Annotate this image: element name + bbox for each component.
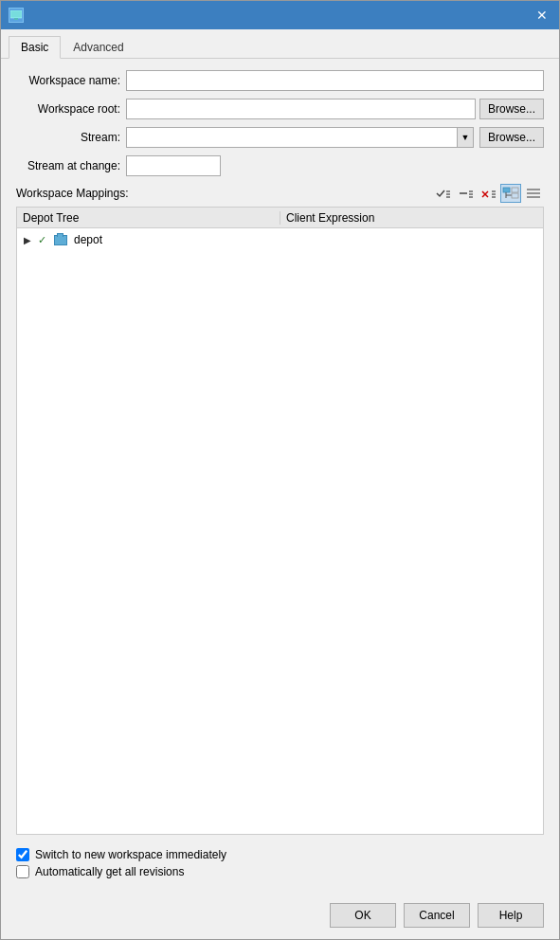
button-row: OK Cancel Help xyxy=(1,895,559,939)
stream-dropdown-button[interactable]: ▼ xyxy=(457,127,474,148)
help-button[interactable]: Help xyxy=(478,903,544,928)
stream-at-change-input[interactable] xyxy=(126,155,221,176)
col-depot-header: Depot Tree xyxy=(17,211,280,225)
view-list-button[interactable] xyxy=(523,184,544,203)
uncheck-all-button[interactable] xyxy=(455,184,476,203)
auto-get-checkbox[interactable] xyxy=(16,865,29,878)
svg-rect-0 xyxy=(10,10,22,18)
col-client-header: Client Expression xyxy=(280,211,543,225)
stream-at-change-row: Stream at change: xyxy=(16,155,544,176)
workspace-name-row: Workspace name: xyxy=(16,70,544,91)
footer-checks: Switch to new workspace immediately Auto… xyxy=(16,842,544,884)
title-bar: ✕ xyxy=(1,1,559,29)
workspace-root-row: Workspace root: Browse... xyxy=(16,99,544,119)
workspace-name-input[interactable] xyxy=(126,70,544,91)
tabs-container: Basic Advanced xyxy=(1,29,559,59)
stream-select-wrap: ▼ xyxy=(126,127,474,148)
browse-stream-button[interactable]: Browse... xyxy=(479,127,544,148)
svg-rect-15 xyxy=(512,188,518,192)
switch-workspace-checkbox[interactable] xyxy=(16,848,29,861)
mappings-header-row: Workspace Mappings: xyxy=(16,184,544,203)
auto-get-row: Automatically get all revisions xyxy=(16,865,544,878)
stream-at-change-label: Stream at change: xyxy=(16,159,120,172)
tree-item-label: depot xyxy=(74,233,102,246)
tree-table: Depot Tree Client Expression ▶ ✓ depot xyxy=(16,207,544,835)
expand-icon[interactable]: ▶ xyxy=(21,233,34,246)
stream-row: Stream: ▼ Browse... xyxy=(16,127,544,148)
svg-rect-18 xyxy=(512,193,518,198)
tree-header: Depot Tree Client Expression xyxy=(17,208,543,228)
ok-button[interactable]: OK xyxy=(330,903,396,928)
remove-all-button[interactable] xyxy=(478,184,498,203)
workspace-mappings-label: Workspace Mappings: xyxy=(16,187,428,200)
main-content: Workspace name: Workspace root: Browse..… xyxy=(1,59,559,895)
tree-row[interactable]: ▶ ✓ depot xyxy=(17,228,543,251)
workspace-name-label: Workspace name: xyxy=(16,74,120,87)
workspace-root-input[interactable] xyxy=(126,99,476,119)
title-bar-left xyxy=(9,8,24,23)
browse-root-button[interactable]: Browse... xyxy=(479,99,544,119)
switch-workspace-row: Switch to new workspace immediately xyxy=(16,848,544,861)
check-all-button[interactable] xyxy=(432,184,453,203)
close-button[interactable]: ✕ xyxy=(533,6,551,25)
stream-input[interactable] xyxy=(126,127,457,148)
svg-rect-1 xyxy=(14,18,18,20)
cancel-button[interactable]: Cancel xyxy=(404,903,470,928)
switch-workspace-label: Switch to new workspace immediately xyxy=(35,848,226,861)
depot-folder-icon xyxy=(52,233,69,246)
workspace-root-label: Workspace root: xyxy=(16,102,120,116)
tree-body: ▶ ✓ depot xyxy=(17,228,543,834)
stream-label: Stream: xyxy=(16,131,120,144)
tab-advanced[interactable]: Advanced xyxy=(61,36,135,59)
svg-rect-14 xyxy=(503,188,510,192)
workspace-root-input-group: Browse... xyxy=(126,99,544,119)
check-icon: ✓ xyxy=(34,232,49,247)
mapping-toolbar xyxy=(432,184,544,203)
monitor-icon xyxy=(9,8,24,23)
view-tree-button[interactable] xyxy=(500,184,521,203)
dialog: ✕ Basic Advanced Workspace name: Workspa… xyxy=(0,0,560,940)
auto-get-label: Automatically get all revisions xyxy=(35,865,184,878)
tab-basic[interactable]: Basic xyxy=(9,36,61,59)
mappings-section: Workspace Mappings: xyxy=(16,184,544,835)
